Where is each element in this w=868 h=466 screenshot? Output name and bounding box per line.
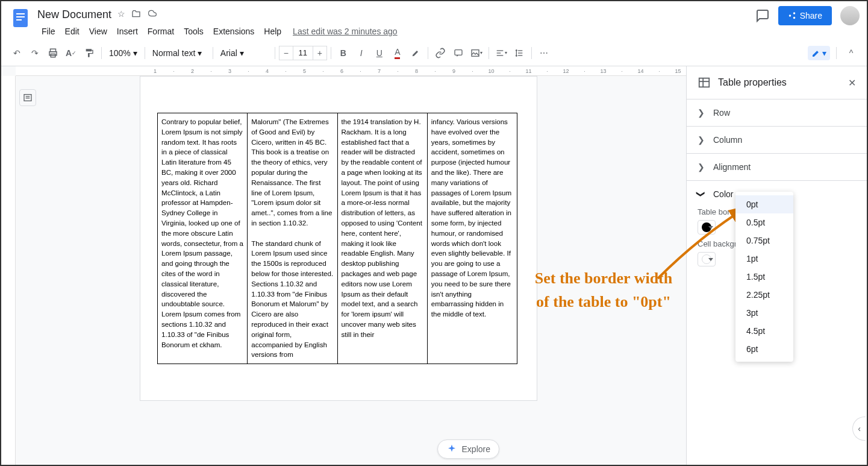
table-cell[interactable]: the 1914 translation by H. Rackham. It i… [337, 113, 427, 364]
horizontal-ruler: 1· 2· 3· 4· 5· 6· 7· 8· 9· 10· 11· 12· 1… [16, 66, 686, 76]
text-color-button[interactable]: A [389, 45, 406, 61]
svg-rect-4 [792, 13, 792, 18]
sidebar-section-column[interactable]: ❯ Column [687, 126, 867, 153]
editing-mode-button[interactable]: ▾ [808, 46, 830, 60]
border-color-picker[interactable] [698, 220, 716, 235]
undo-button[interactable]: ↶ [8, 45, 25, 61]
menu-format[interactable]: Format [143, 24, 178, 39]
star-icon[interactable]: ☆ [117, 9, 125, 20]
cloud-status-icon[interactable] [147, 9, 158, 20]
sidebar-section-alignment[interactable]: ❯ Alignment [687, 153, 867, 180]
border-width-option-4.5pt[interactable]: 4.5pt [735, 322, 793, 340]
svg-rect-2 [16, 16, 25, 17]
table-cell[interactable]: Contrary to popular belief, Lorem Ipsum … [158, 113, 248, 364]
table-cell[interactable]: infancy. Various versions have evolved o… [427, 113, 517, 364]
menu-help[interactable]: Help [260, 24, 286, 39]
paragraph-style-select[interactable]: Normal text▾ [149, 46, 209, 60]
font-select[interactable]: Arial▾ [217, 46, 271, 60]
paint-format-button[interactable] [81, 45, 98, 61]
fontsize-decrease[interactable]: − [279, 46, 293, 60]
move-icon[interactable] [131, 9, 141, 20]
document-table[interactable]: Contrary to popular belief, Lorem Ipsum … [157, 113, 517, 364]
align-button[interactable]: ▾ [493, 45, 510, 61]
svg-rect-0 [13, 9, 28, 27]
share-label: Share [800, 11, 822, 20]
insert-link-button[interactable] [432, 45, 449, 61]
zoom-select[interactable]: 100%▾ [105, 46, 141, 60]
more-toolbar-button[interactable]: ⋯ [535, 45, 552, 61]
border-width-option-0.75pt[interactable]: 0.75pt [735, 231, 793, 250]
user-avatar[interactable] [840, 6, 860, 25]
document-title[interactable]: New Document [37, 8, 111, 21]
italic-button[interactable]: I [353, 45, 370, 61]
explore-button[interactable]: Explore [437, 439, 499, 459]
outline-toggle-button[interactable] [19, 89, 36, 106]
border-width-option-1pt[interactable]: 1pt [735, 250, 793, 268]
sidebar-title: Table properties [718, 77, 787, 88]
menu-file[interactable]: File [37, 24, 60, 39]
border-width-option-0.5pt[interactable]: 0.5pt [735, 213, 793, 231]
chevron-right-icon: ❯ [698, 162, 705, 172]
document-page[interactable]: Contrary to popular belief, Lorem Ipsum … [140, 76, 537, 401]
docs-logo[interactable] [8, 6, 33, 30]
menu-insert[interactable]: Insert [113, 24, 142, 39]
chevron-right-icon: ❯ [698, 108, 705, 118]
spellcheck-button[interactable]: A✓ [63, 45, 80, 61]
comments-icon[interactable] [755, 8, 770, 23]
redo-button[interactable]: ↷ [27, 45, 43, 61]
menu-extensions[interactable]: Extensions [209, 24, 258, 39]
last-edit-link[interactable]: Last edit was 2 minutes ago [293, 27, 398, 36]
svg-rect-1 [16, 13, 25, 14]
insert-comment-button[interactable] [450, 45, 467, 61]
table-icon [698, 76, 711, 89]
bold-button[interactable]: B [335, 45, 352, 61]
underline-button[interactable]: U [371, 45, 388, 61]
menu-edit[interactable]: Edit [61, 24, 84, 39]
cell-background-picker[interactable] [698, 252, 716, 266]
line-spacing-button[interactable] [511, 45, 528, 61]
svg-rect-8 [455, 49, 462, 55]
border-width-option-1.5pt[interactable]: 1.5pt [735, 268, 793, 286]
close-sidebar-button[interactable]: ✕ [848, 77, 856, 89]
fontsize-value[interactable]: 11 [293, 46, 313, 60]
insert-image-button[interactable]: ▾ [468, 45, 485, 61]
svg-rect-19 [699, 78, 710, 87]
highlight-button[interactable] [407, 45, 424, 61]
vertical-ruler [1, 76, 16, 465]
share-button[interactable]: Share [778, 6, 832, 25]
border-width-option-6pt[interactable]: 6pt [735, 340, 793, 358]
menu-view[interactable]: View [85, 24, 111, 39]
chevron-right-icon: ❯ [698, 135, 705, 145]
chevron-down-icon: ❯ [696, 190, 706, 198]
table-cell[interactable]: Malorum" (The Extremes of Good and Evil)… [248, 113, 337, 364]
sidebar-section-row[interactable]: ❯ Row [687, 99, 867, 126]
hide-menus-button[interactable]: ^ [843, 45, 860, 61]
svg-rect-3 [16, 19, 22, 20]
menu-tools[interactable]: Tools [180, 24, 208, 39]
print-button[interactable] [45, 45, 61, 61]
border-width-option-3pt[interactable]: 3pt [735, 304, 793, 322]
border-width-option-2.25pt[interactable]: 2.25pt [735, 286, 793, 304]
fontsize-increase[interactable]: + [313, 46, 327, 60]
border-width-dropdown: 0pt 0.5pt 0.75pt 1pt 1.5pt 2.25pt 3pt 4.… [735, 192, 793, 362]
border-width-option-0pt[interactable]: 0pt [735, 195, 793, 213]
